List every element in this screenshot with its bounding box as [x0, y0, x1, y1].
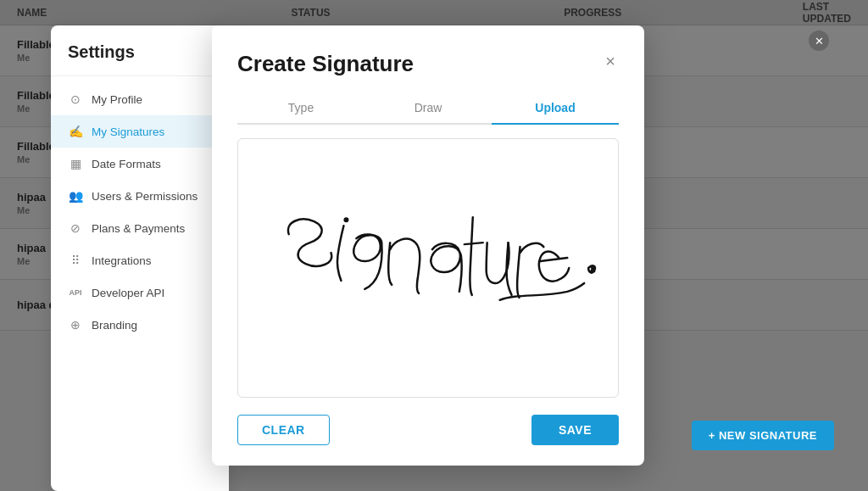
tab-draw[interactable]: Draw — [364, 94, 492, 123]
signature-preview — [238, 139, 618, 397]
clear-button[interactable]: CLEAR — [237, 415, 330, 445]
signature-icon: ✍ — [68, 124, 83, 139]
sidebar-item-label: My Profile — [92, 93, 142, 106]
sidebar-item-my-signatures[interactable]: ✍ My Signatures — [51, 115, 229, 148]
sidebar-item-integrations[interactable]: ⠿ Integrations — [51, 244, 229, 276]
dialog-title: Create Signature — [237, 51, 414, 77]
tab-upload[interactable]: Upload — [492, 94, 619, 123]
sidebar-item-my-profile[interactable]: ⊙ My Profile — [51, 83, 229, 115]
sidebar-item-users-permissions[interactable]: 👥 Users & Permissions — [51, 180, 229, 212]
api-icon: API — [68, 285, 83, 300]
create-signature-dialog: Create Signature × Type Draw Upload — [212, 25, 644, 466]
settings-sidebar: Settings ⊙ My Profile ✍ My Signatures ▦ … — [51, 25, 229, 491]
profile-icon: ⊙ — [68, 92, 83, 107]
sidebar-close-button[interactable]: ✕ — [809, 31, 829, 51]
tab-type[interactable]: Type — [237, 94, 364, 123]
sidebar-item-label: Users & Permissions — [92, 190, 198, 203]
sidebar-item-label: Date Formats — [92, 158, 161, 170]
dialog-footer: CLEAR SAVE — [237, 415, 619, 445]
dialog-header: Create Signature × — [237, 51, 619, 77]
sidebar-item-branding[interactable]: ⊕ Branding — [51, 309, 229, 341]
sidebar-item-plans-payments[interactable]: ⊘ Plans & Payments — [51, 212, 229, 244]
sidebar-item-label: Integrations — [92, 254, 152, 267]
svg-point-0 — [343, 217, 348, 222]
settings-title: Settings — [51, 42, 229, 76]
new-signature-button[interactable]: + NEW SIGNATURE — [692, 421, 834, 450]
sidebar-item-label: Plans & Payments — [92, 222, 185, 235]
sidebar-item-date-formats[interactable]: ▦ Date Formats — [51, 148, 229, 180]
signature-tabs: Type Draw Upload — [237, 94, 619, 125]
sidebar-item-label: Branding — [92, 319, 137, 332]
sidebar-item-developer-api[interactable]: API Developer API — [51, 276, 229, 309]
sidebar-item-label: My Signatures — [92, 126, 164, 138]
settings-menu: ⊙ My Profile ✍ My Signatures ▦ Date Form… — [51, 83, 229, 341]
integrations-icon: ⠿ — [68, 253, 83, 268]
users-icon: 👥 — [68, 188, 83, 204]
sidebar-item-label: Developer API — [92, 287, 164, 299]
plans-icon: ⊘ — [68, 220, 83, 236]
branding-icon: ⊕ — [68, 317, 83, 332]
dialog-close-button[interactable]: × — [602, 51, 619, 71]
signature-upload-area[interactable] — [237, 138, 619, 398]
save-button[interactable]: SAVE — [531, 415, 619, 445]
calendar-icon: ▦ — [68, 156, 83, 171]
